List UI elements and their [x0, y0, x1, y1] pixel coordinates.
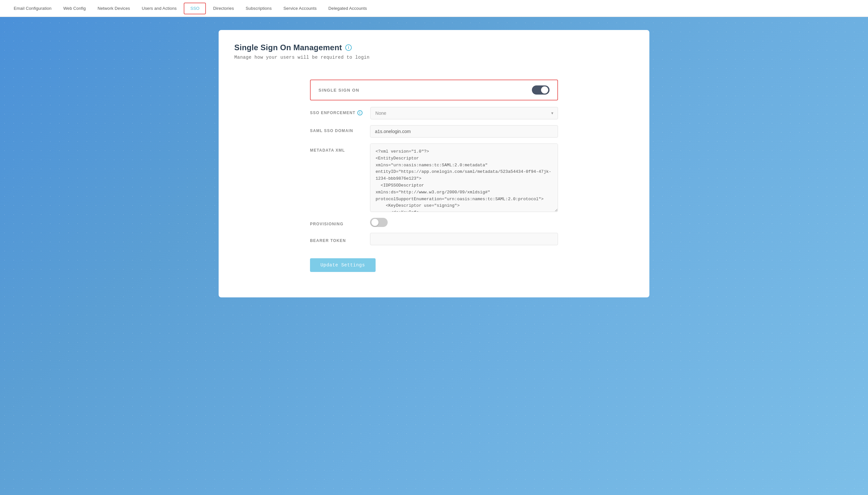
nav-delegated-accounts[interactable]: Delegated Accounts: [322, 0, 373, 17]
saml-sso-domain-row: SAML SSO DOMAIN: [310, 125, 558, 138]
page-title-row: Single Sign On Management i: [234, 43, 634, 52]
metadata-xml-label: METADATA XML: [310, 143, 362, 153]
bearer-token-label: BEARER TOKEN: [310, 235, 362, 243]
nav-directories[interactable]: Directories: [207, 0, 240, 17]
page-title: Single Sign On Management: [234, 43, 342, 52]
nav-email-configuration[interactable]: Email Configuration: [8, 0, 57, 17]
provisioning-toggle-track: [370, 218, 388, 227]
sso-toggle-label: SINGLE SIGN ON: [318, 88, 359, 92]
sso-enforcement-row: SSO ENFORCEMENT i None ▼: [310, 107, 558, 119]
nav-sso[interactable]: SSO: [184, 3, 206, 14]
sso-toggle[interactable]: [532, 85, 550, 95]
sso-enforcement-info-icon[interactable]: i: [357, 110, 363, 116]
toggle-thumb: [541, 86, 548, 93]
top-navigation: Email Configuration Web Config Network D…: [0, 0, 868, 17]
nav-network-devices[interactable]: Network Devices: [92, 0, 136, 17]
sso-enforcement-select[interactable]: None: [370, 107, 558, 119]
provisioning-label: PROVISIONING: [310, 219, 362, 226]
bearer-token-row: BEARER TOKEN: [310, 233, 558, 245]
form-section: SINGLE SIGN ON SSO ENFORCEMENT i: [310, 80, 558, 272]
metadata-xml-textarea[interactable]: <?xml version="1.0"?> <EntityDescriptor …: [370, 143, 558, 212]
info-icon[interactable]: i: [345, 44, 352, 51]
page-subtitle: Manage how your users will be required t…: [234, 55, 634, 60]
provisioning-toggle-thumb: [371, 219, 379, 226]
nav-users-and-actions[interactable]: Users and Actions: [136, 0, 182, 17]
nav-subscriptions[interactable]: Subscriptions: [240, 0, 278, 17]
saml-sso-domain-input[interactable]: [370, 125, 558, 138]
provisioning-row: PROVISIONING: [310, 218, 558, 227]
content-card: Single Sign On Management i Manage how y…: [219, 30, 649, 297]
nav-service-accounts[interactable]: Service Accounts: [278, 0, 323, 17]
bearer-token-input[interactable]: [370, 233, 558, 245]
metadata-xml-row: METADATA XML <?xml version="1.0"?> <Enti…: [310, 143, 558, 212]
update-settings-button[interactable]: Update Settings: [310, 258, 375, 272]
sso-enforcement-label: SSO ENFORCEMENT i: [310, 107, 363, 116]
sso-toggle-row: SINGLE SIGN ON: [310, 80, 558, 100]
provisioning-toggle[interactable]: [370, 218, 388, 227]
saml-sso-domain-label: SAML SSO DOMAIN: [310, 125, 362, 133]
toggle-track: [532, 85, 550, 95]
main-wrapper: Single Sign On Management i Manage how y…: [0, 17, 868, 310]
nav-web-config[interactable]: Web Config: [57, 0, 92, 17]
sso-enforcement-select-wrapper: None ▼: [370, 107, 558, 119]
